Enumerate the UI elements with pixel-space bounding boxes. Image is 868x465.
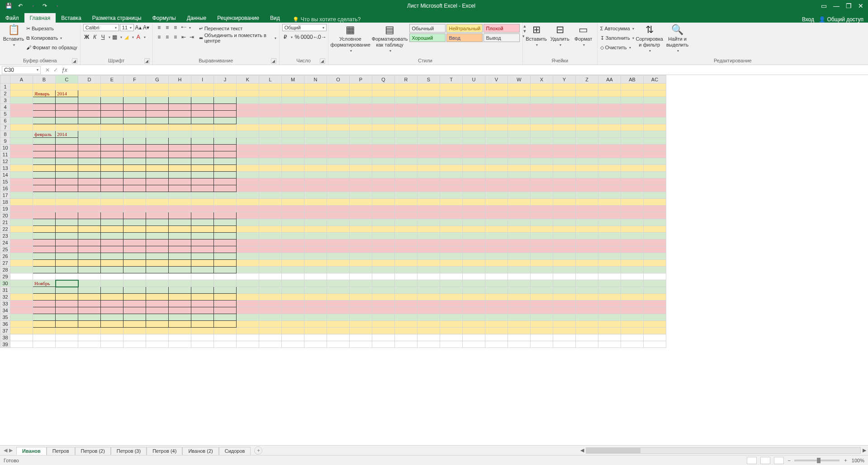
cell[interactable]: [214, 124, 237, 131]
cell[interactable]: [78, 301, 101, 307]
cell[interactable]: [10, 328, 33, 334]
cell[interactable]: [417, 206, 440, 212]
tab-view[interactable]: Вид: [265, 13, 285, 23]
cell[interactable]: [327, 124, 350, 131]
cell[interactable]: [621, 185, 644, 192]
cell[interactable]: [621, 206, 644, 212]
cell[interactable]: [237, 124, 259, 131]
cell[interactable]: [440, 253, 463, 260]
sheet-tab[interactable]: Иванов (2): [182, 447, 218, 455]
cell[interactable]: [395, 294, 417, 301]
cell[interactable]: [350, 301, 372, 307]
cell[interactable]: [33, 233, 56, 240]
cell[interactable]: [10, 84, 33, 90]
cell[interactable]: [10, 219, 33, 226]
cell[interactable]: [10, 321, 33, 328]
cell[interactable]: [327, 84, 350, 90]
indent-increase-icon[interactable]: ⇥: [188, 33, 195, 41]
cell[interactable]: [123, 97, 146, 104]
cell[interactable]: [508, 206, 531, 212]
cell[interactable]: [621, 280, 644, 287]
cell[interactable]: [350, 219, 372, 226]
cell[interactable]: [463, 185, 485, 192]
cell[interactable]: [644, 246, 666, 253]
cell[interactable]: [56, 84, 78, 90]
cell[interactable]: [33, 328, 56, 334]
cell[interactable]: [598, 111, 621, 117]
cell[interactable]: [33, 111, 56, 117]
page-break-view-button[interactable]: [774, 457, 784, 464]
cell[interactable]: [259, 178, 282, 185]
cell[interactable]: [417, 267, 440, 273]
cell[interactable]: [463, 145, 485, 151]
cell[interactable]: [56, 341, 78, 348]
cell[interactable]: [531, 124, 553, 131]
cell-style-input[interactable]: Ввод: [446, 33, 483, 42]
cell[interactable]: [417, 172, 440, 178]
cell[interactable]: [395, 219, 417, 226]
cell[interactable]: [56, 307, 78, 314]
cell[interactable]: [440, 287, 463, 294]
cell[interactable]: [395, 178, 417, 185]
cell[interactable]: [10, 280, 33, 287]
cell[interactable]: [78, 131, 101, 138]
cell[interactable]: [78, 185, 101, 192]
cell[interactable]: [372, 233, 395, 240]
cell[interactable]: [10, 341, 33, 348]
cell[interactable]: [463, 273, 485, 280]
cell[interactable]: [169, 307, 191, 314]
cell[interactable]: [304, 307, 327, 314]
sheet-tab[interactable]: Петров (3): [111, 447, 147, 455]
cell[interactable]: [327, 131, 350, 138]
cell[interactable]: [169, 104, 191, 111]
cell[interactable]: [463, 294, 485, 301]
cell[interactable]: [440, 131, 463, 138]
cell[interactable]: [78, 111, 101, 117]
cell[interactable]: [531, 334, 553, 341]
cell[interactable]: [304, 267, 327, 273]
cell[interactable]: [146, 219, 169, 226]
cell[interactable]: [531, 199, 553, 206]
cell[interactable]: [56, 294, 78, 301]
cell[interactable]: [598, 321, 621, 328]
cell[interactable]: [101, 117, 123, 124]
cell[interactable]: [644, 219, 666, 226]
cell[interactable]: [259, 240, 282, 246]
cell[interactable]: [56, 145, 78, 151]
cell[interactable]: [214, 341, 237, 348]
redo-icon[interactable]: ↷: [41, 2, 49, 10]
cell[interactable]: [282, 104, 304, 111]
column-header[interactable]: A: [10, 75, 33, 84]
cell[interactable]: [485, 117, 508, 124]
insert-function-icon[interactable]: ƒx: [62, 67, 67, 73]
tab-file[interactable]: Файл: [0, 13, 24, 23]
cell[interactable]: [123, 84, 146, 90]
cell[interactable]: [214, 199, 237, 206]
cell[interactable]: [101, 328, 123, 334]
cell[interactable]: [146, 212, 169, 219]
redo-dropdown[interactable]: ▾: [53, 2, 62, 10]
cell[interactable]: [169, 226, 191, 233]
cell[interactable]: [576, 334, 598, 341]
column-header[interactable]: G: [146, 75, 169, 84]
cell[interactable]: [576, 185, 598, 192]
cell[interactable]: [282, 145, 304, 151]
cell[interactable]: [10, 287, 33, 294]
cell[interactable]: [214, 260, 237, 267]
cell[interactable]: [417, 260, 440, 267]
cell[interactable]: [350, 111, 372, 117]
cell[interactable]: [598, 314, 621, 321]
name-box[interactable]: C30▾: [2, 66, 41, 74]
column-header[interactable]: J: [214, 75, 237, 84]
sheet-tab[interactable]: Иванов: [16, 447, 47, 455]
cell[interactable]: [237, 267, 259, 273]
cell[interactable]: [191, 334, 214, 341]
cell[interactable]: [214, 84, 237, 90]
cell[interactable]: [644, 206, 666, 212]
cell[interactable]: [101, 260, 123, 267]
cell[interactable]: [553, 104, 576, 111]
zoom-slider[interactable]: [794, 460, 840, 461]
cell[interactable]: [304, 145, 327, 151]
cell[interactable]: [621, 314, 644, 321]
cell[interactable]: [621, 124, 644, 131]
